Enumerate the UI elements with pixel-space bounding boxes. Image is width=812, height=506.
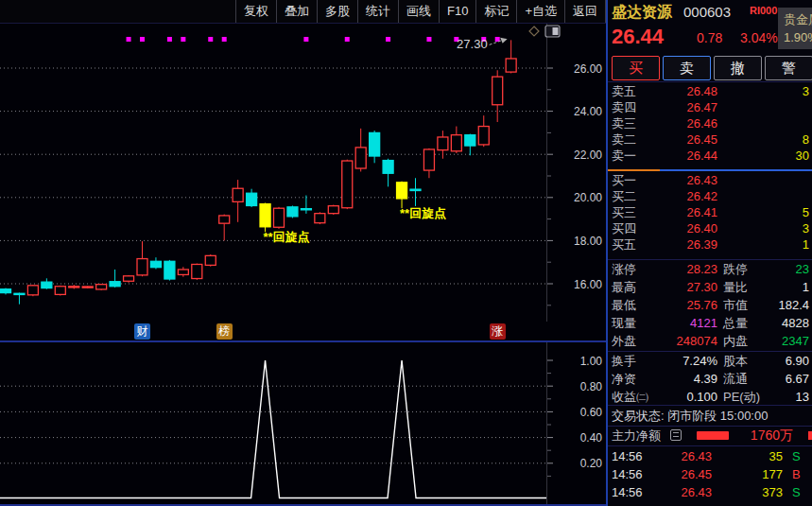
stat-value: 23 (796, 261, 809, 277)
sell-button[interactable]: 卖 (663, 56, 711, 80)
toolbar-button-+自选[interactable]: +自选 (516, 0, 564, 23)
candle (14, 293, 25, 294)
stat-value: 6.90 (786, 353, 809, 369)
chart-panel-toggle-icon[interactable] (545, 26, 560, 37)
svg-text:0.20: 0.20 (580, 457, 603, 470)
price-change: 0.78 (697, 30, 722, 45)
tick-time: 14:56 (612, 466, 643, 482)
toolbar-button-统计[interactable]: 统计 (357, 0, 398, 23)
signal-dot (167, 37, 172, 42)
bid-row[interactable]: 买三26.415 (608, 204, 812, 220)
candle (260, 204, 270, 227)
ask-volume: 3 (803, 83, 809, 99)
toolbar-button-复权[interactable]: 复权 (235, 0, 276, 23)
indicator-chart[interactable]: 1.000.800.600.400.20 (0, 342, 608, 506)
candlestick-chart[interactable]: 26.0024.0022.0020.0018.0016.00**回旋点**回旋点… (0, 24, 608, 322)
tick-price: 26.43 (646, 484, 712, 500)
stat-label: 股本 (723, 353, 748, 369)
quote-panel: 盛达资源 000603 RI000 26.44 0.78 3.04% 贵金属 1… (608, 0, 812, 506)
stat-label: 跌停 (723, 261, 748, 277)
stat-value: 0.100 (646, 389, 717, 405)
stat-row: 外盘248074内盘2347 (608, 333, 812, 349)
stat-label: 内盘 (723, 333, 748, 349)
toolbar-button-返回[interactable]: 返回 (564, 0, 606, 23)
bid-row[interactable]: 买二26.42 (608, 188, 812, 204)
stat-row: 净资4.39流通6.67 (608, 371, 812, 387)
divider (608, 445, 812, 446)
bid-volume: 1 (803, 236, 809, 253)
last-price: 26.44 (612, 25, 664, 49)
toolbar-button-多股[interactable]: 多股 (317, 0, 357, 23)
svg-text:0.80: 0.80 (580, 380, 603, 393)
bid-row[interactable]: 买四26.403 (608, 220, 812, 236)
toolbar-button-F10[interactable]: F10 (439, 0, 475, 23)
indicator-grid: 1.000.800.600.400.20 (0, 342, 602, 506)
event-marker-榜[interactable]: 榜 (216, 323, 233, 340)
tick-side: B (792, 466, 801, 482)
cancel-order-button[interactable]: 撤 (714, 56, 762, 80)
signal-dot (127, 37, 131, 42)
ask-row[interactable]: 卖四26.47 (608, 99, 812, 115)
main-capital-value: 1760万 (731, 427, 793, 444)
stat-label: 收益㈡ (612, 389, 648, 405)
stat-label: 量比 (723, 279, 748, 295)
candle (164, 261, 175, 279)
tick-price: 26.45 (646, 466, 712, 482)
tick-time: 14:56 (612, 484, 643, 500)
chart-area: 26.0024.0022.0020.0018.0016.00**回旋点**回旋点… (0, 24, 608, 506)
bid-row[interactable]: 买一26.43 (608, 172, 812, 188)
candle (506, 59, 516, 72)
tick-volume: 299 (717, 502, 783, 506)
candle (137, 259, 147, 275)
bid-label: 买四 (612, 220, 636, 236)
ask-row[interactable]: 卖五26.483 (608, 83, 812, 99)
svg-text:26.00: 26.00 (574, 62, 602, 76)
stat-row: 现量4121总量4828 (608, 315, 812, 331)
candle (478, 127, 489, 145)
divider (608, 351, 812, 352)
stat-label: 流通 (723, 371, 748, 387)
tick-row: 14:5626.45177B (608, 466, 812, 482)
candle (82, 287, 93, 288)
svg-text:1.00: 1.00 (580, 355, 603, 368)
ask-row[interactable]: 卖二26.458 (608, 131, 812, 148)
candle (342, 161, 353, 208)
candle (301, 209, 311, 210)
candle (178, 270, 188, 274)
divider (608, 426, 812, 427)
alert-button[interactable]: 警 (765, 56, 812, 80)
diamond-marker-icon[interactable] (529, 26, 539, 36)
high-price-label: 27.30 (457, 37, 488, 51)
toolbar-button-标记[interactable]: 标记 (475, 0, 516, 23)
stat-value: 2347 (782, 333, 809, 349)
ask-row[interactable]: 卖三26.46 (608, 115, 812, 131)
candle (492, 77, 503, 105)
detail-list-icon[interactable] (670, 429, 682, 441)
stat-label: 最高 (612, 279, 636, 295)
bid-label: 买一 (612, 172, 636, 188)
divider (608, 81, 812, 82)
candles[interactable] (1, 37, 517, 305)
sector-quote[interactable]: 贵金属 1.90% (778, 8, 812, 49)
signal-dot (181, 37, 185, 42)
capital-bar-clipped (808, 431, 812, 440)
toolbar-button-叠加[interactable]: 叠加 (276, 0, 317, 23)
bid-label: 买五 (612, 236, 636, 253)
tick-side: S (792, 484, 801, 500)
candle (150, 261, 161, 267)
bid-label: 买三 (612, 204, 636, 220)
candle (110, 282, 120, 287)
ask-label: 卖一 (612, 148, 636, 164)
bid-label: 买二 (612, 188, 636, 204)
bid-row[interactable]: 买五26.391 (608, 236, 812, 253)
toolbar-button-画线[interactable]: 画线 (398, 0, 439, 23)
candle (274, 208, 285, 227)
candle (410, 189, 421, 190)
high-arrowhead (500, 38, 508, 44)
svg-text:22.00: 22.00 (574, 148, 602, 162)
event-marker-财[interactable]: 财 (134, 323, 150, 340)
event-marker-涨[interactable]: 涨 (490, 323, 506, 340)
stock-trading-app: 复权叠加多股统计画线F10标记+自选返回 26.0024.0022.0020.0… (0, 0, 812, 506)
buy-button[interactable]: 买 (612, 56, 660, 80)
ask-row[interactable]: 卖一26.4430 (608, 148, 812, 164)
